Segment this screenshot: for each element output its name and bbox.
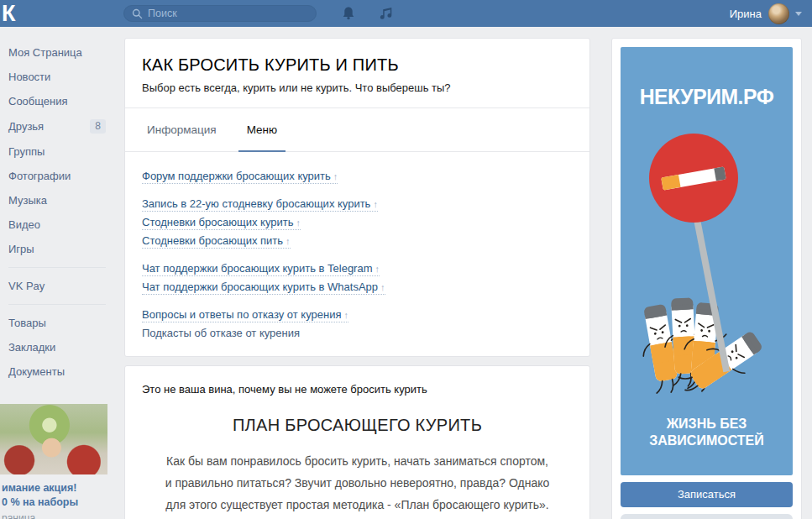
post-heading: ПЛАН БРОСАЮЩЕГО КУРИТЬ: [142, 416, 573, 435]
right-ad-banner[interactable]: НЕКУРИМ.РФ: [621, 47, 793, 475]
menu-link-faq[interactable]: Вопросы и ответы по отказу от курения↑: [142, 309, 348, 322]
external-link-icon: ↑: [333, 171, 338, 181]
sidebar-item-games[interactable]: Игры: [0, 237, 114, 261]
sidebar-item-vk-pay[interactable]: VK Pay: [0, 274, 114, 298]
search-box[interactable]: [123, 5, 317, 22]
user-menu[interactable]: Ирина: [730, 3, 802, 24]
external-link-icon: ↑: [286, 236, 291, 246]
post-intro-text: Это не ваша вина, почему вы не можете бр…: [142, 383, 573, 396]
post-body-text: Как бы вам понравилось бросить курить, н…: [164, 450, 551, 516]
ad-slogan: ЖИЗНЬ БЕЗ ЗАВИСИМОСТЕЙ: [623, 415, 790, 448]
music-note-icon[interactable]: [379, 6, 393, 24]
tab-menu[interactable]: Меню: [242, 108, 283, 151]
menu-link-telegram-chat[interactable]: Чат поддержки бросающих курить в Telegra…: [142, 263, 380, 276]
ad-site-name: НЕКУРИМ.РФ: [625, 84, 788, 110]
cigarette-in-sign: [661, 166, 726, 190]
search-icon: [132, 8, 143, 19]
external-link-icon: ↑: [373, 199, 378, 209]
menu-link-100days-smoking[interactable]: Стодневки бросающих курить↑: [142, 217, 301, 230]
no-smoking-sign: [649, 134, 738, 223]
external-link-icon: ↑: [375, 264, 380, 274]
external-link-icon: ↑: [296, 218, 301, 228]
group-header: КАК БРОСИТЬ КУРИТЬ И ПИТЬ Выбор есть все…: [125, 39, 589, 107]
main-column: КАК БРОСИТЬ КУРИТЬ И ПИТЬ Выбор есть все…: [124, 38, 590, 519]
right-column: НЕКУРИМ.РФ: [611, 38, 802, 519]
sidebar-ad-title-line2[interactable]: 0 % на наборы: [0, 495, 114, 509]
user-avatar: [768, 3, 789, 24]
friends-count-badge: 8: [90, 119, 106, 134]
notifications-bell-icon[interactable]: [341, 6, 356, 24]
group-menu-links: Форум поддержки бросающих курить↑ Запись…: [125, 152, 589, 356]
right-ad-card: НЕКУРИМ.РФ: [611, 38, 802, 519]
sidebar-ad-image[interactable]: [0, 404, 107, 474]
group-card: КАК БРОСИТЬ КУРИТЬ И ПИТЬ Выбор есть все…: [124, 38, 590, 357]
menu-link-signup-100days[interactable]: Запись в 22-ую стодневку бросающих курит…: [142, 198, 378, 212]
sidebar-divider: [8, 267, 106, 268]
menu-link-whatsapp-chat[interactable]: Чат поддержки бросающих курить в WhatsAp…: [142, 281, 385, 295]
sidebar-item-documents[interactable]: Документы: [0, 359, 114, 384]
cigarette-characters-illustration: [621, 292, 793, 410]
vk-logo[interactable]: К: [2, 1, 14, 26]
sidebar-item-friends[interactable]: Друзья 8: [0, 113, 114, 139]
sidebar-item-market[interactable]: Товары: [0, 311, 114, 335]
group-status: Выбор есть всегда, курить или не курить.…: [142, 81, 573, 94]
menu-link-forum[interactable]: Форум поддержки бросающих курить↑: [142, 170, 338, 184]
top-navigation-bar: К Ирина: [0, 0, 812, 27]
signup-button[interactable]: Записаться: [621, 482, 793, 507]
sidebar-item-my-page[interactable]: Моя Страница: [0, 40, 114, 65]
sidebar-item-news[interactable]: Новости: [0, 65, 114, 89]
sidebar-item-music[interactable]: Музыка: [0, 188, 114, 212]
group-title: КАК БРОСИТЬ КУРИТЬ И ПИТЬ: [142, 55, 573, 75]
post-card: Это не ваша вина, почему вы не можете бр…: [124, 365, 590, 519]
menu-item-podcasts[interactable]: Подкасты об отказе от курения: [142, 327, 300, 339]
chevron-down-icon: [795, 12, 802, 16]
group-tabs: Информация Меню: [125, 108, 589, 152]
user-name: Ирина: [730, 8, 762, 20]
sidebar-item-photos[interactable]: Фотографии: [0, 164, 114, 188]
next-block-partial[interactable]: [621, 514, 793, 519]
left-sidebar: Моя Страница Новости Сообщения Друзья 8 …: [0, 27, 114, 519]
tab-information[interactable]: Информация: [142, 108, 222, 151]
external-link-icon: ↑: [380, 282, 385, 292]
menu-link-100days-drinking[interactable]: Стодневки бросающих пить↑: [142, 235, 291, 249]
sidebar-divider: [8, 304, 106, 305]
sidebar-item-video[interactable]: Видео: [0, 212, 114, 237]
sidebar-item-bookmarks[interactable]: Закладки: [0, 335, 114, 359]
sidebar-ad-title-line1[interactable]: имание акция!: [0, 474, 114, 495]
sidebar-ad[interactable]: имание акция! 0 % на наборы раница "Марь…: [0, 404, 114, 519]
sidebar-item-groups[interactable]: Группы: [0, 139, 114, 164]
search-input[interactable]: [148, 8, 308, 19]
external-link-icon: ↑: [344, 310, 349, 320]
sidebar-ad-subtitle: раница: [0, 509, 114, 519]
sidebar-item-messages[interactable]: Сообщения: [0, 89, 114, 113]
